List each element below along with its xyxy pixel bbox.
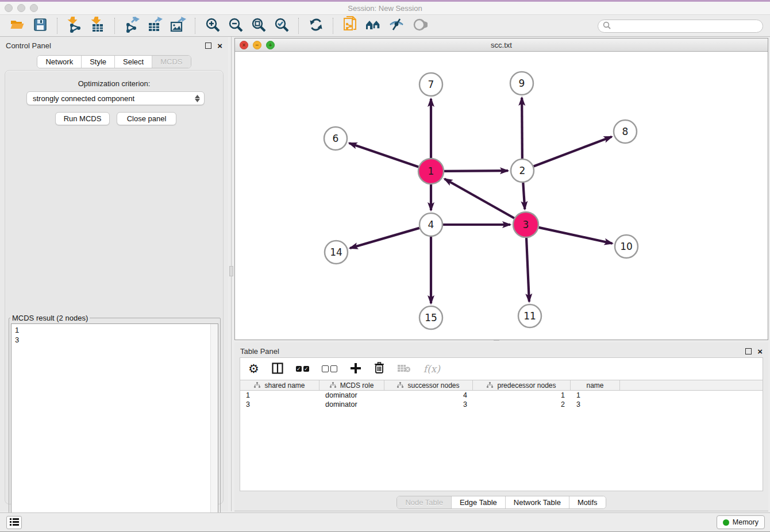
graph-node-6[interactable]: 6 [324,127,347,150]
select-all-button[interactable]: ✓✓ [296,361,309,376]
run-mcds-button[interactable]: Run MCDS [55,112,110,125]
cell-mcds-role[interactable]: dominator [319,391,384,399]
tab-select[interactable]: Select [115,56,152,68]
cell-mcds-role[interactable]: dominator [319,400,384,408]
tab-network-table[interactable]: Network Table [506,496,569,508]
cell-predecessor-nodes[interactable]: 1 [473,391,571,399]
scrollbar-track[interactable] [210,324,218,527]
task-history-button[interactable] [6,516,22,529]
graph-node-11[interactable]: 11 [518,304,541,327]
memory-status-icon [723,519,729,526]
graph-edge-3-1[interactable] [445,179,514,218]
tab-mcds[interactable]: MCDS [152,56,190,68]
close-panel-button[interactable]: Close panel [117,112,176,125]
graph-edge-2-8[interactable] [534,137,612,167]
close-panel-icon[interactable]: × [217,43,222,48]
delete-column-button[interactable] [374,361,384,376]
graph-node-7[interactable]: 7 [419,73,442,96]
graph-node-9[interactable]: 9 [510,72,533,95]
add-column-button[interactable] [350,361,361,376]
graph-edge-1-2[interactable] [444,171,508,171]
export-image-button[interactable] [168,17,188,35]
cell-name[interactable]: 3 [571,400,620,408]
new-network-from-selection-button[interactable] [341,17,360,35]
memory-button[interactable]: Memory [717,515,765,529]
main-toolbar [0,14,770,37]
graph-node-8[interactable]: 8 [614,120,637,143]
graph-node-15[interactable]: 15 [419,306,442,329]
column-header-name[interactable]: name [571,380,620,390]
column-header-mcds-role[interactable]: MCDS role [319,380,384,390]
cell-name[interactable]: 1 [571,391,620,399]
column-header-shared-name[interactable]: shared name [240,380,319,390]
graph-node-label: 3 [523,219,529,230]
nested-networks-button[interactable] [364,17,383,35]
network-canvas[interactable]: 7968124314101511 [235,52,768,340]
graph-node-14[interactable]: 14 [325,241,348,264]
cell-successor-nodes[interactable]: 4 [384,391,473,399]
zoom-in-button[interactable] [203,17,222,35]
import-network-button[interactable] [65,17,84,35]
graph-edge-3-10[interactable] [538,228,612,244]
checked-box-icon: ✓ [296,366,302,372]
graph-edge-3-11[interactable] [526,238,529,302]
search-input[interactable] [613,21,763,32]
tab-node-table[interactable]: Node Table [397,496,452,508]
zoom-selected-button[interactable] [272,17,291,35]
zoom-out-button[interactable] [226,17,245,35]
refresh-view-button[interactable] [306,17,326,35]
table-settings-button[interactable]: ⚙ [248,361,259,376]
save-session-button[interactable] [30,17,50,35]
tab-edge-table[interactable]: Edge Table [452,496,506,508]
network-window-titlebar[interactable]: × − + scc.txt [235,38,768,52]
control-panel: Control Panel × Network Style Select MCD… [0,37,228,511]
export-table-button[interactable] [145,17,165,35]
column-header-predecessor-nodes[interactable]: predecessor nodes [473,380,571,390]
cell-successor-nodes[interactable]: 3 [384,400,473,408]
tab-motifs[interactable]: Motifs [569,496,606,508]
import-table-button[interactable] [88,17,107,35]
export-network-button[interactable] [122,17,142,35]
vertical-splitter-grip[interactable] [229,266,233,276]
delete-table-button-disabled [397,361,411,376]
graph-edge-2-9[interactable] [522,98,522,159]
float-panel-icon[interactable] [745,348,752,354]
cell-shared-name[interactable]: 3 [240,400,319,408]
graph-node-4[interactable]: 4 [419,213,442,236]
mcds-result-textarea[interactable]: 1 3 [11,323,218,527]
hide-details-button[interactable] [387,17,406,35]
graph-node-10[interactable]: 10 [615,235,638,258]
graph-node-1[interactable]: 1 [418,159,444,184]
graph-edge-4-14[interactable] [350,228,419,248]
graph-node-3[interactable]: 3 [513,212,538,237]
toolbar-separator [298,18,299,34]
deselect-all-button[interactable] [322,361,337,376]
search-field [598,20,763,33]
export-image-icon [170,17,186,34]
graph-edge-1-6[interactable] [349,143,419,167]
session-title: Session: New Session [0,4,770,13]
node-table-block: ⚙ ✓✓ f(x) shared name MCDS role successo… [240,357,763,491]
graph-edge-2-3[interactable] [523,183,525,209]
tab-network[interactable]: Network [37,56,82,68]
open-file-button[interactable] [7,17,27,35]
tab-style[interactable]: Style [82,56,115,68]
column-type-icon [397,382,403,388]
zoom-fit-button[interactable] [249,17,268,35]
graph-node-2[interactable]: 2 [511,159,534,182]
show-graphics-details-button[interactable] [410,17,429,35]
cell-predecessor-nodes[interactable]: 2 [473,400,571,408]
plus-icon [350,363,361,376]
criterion-select[interactable]: strongly connected component [26,91,205,105]
close-panel-icon[interactable]: × [757,349,763,354]
float-panel-icon[interactable] [205,43,211,49]
column-header-successor-nodes[interactable]: successor nodes [384,380,473,390]
cell-shared-name[interactable]: 1 [240,391,319,399]
table-tabs: Node Table Edge Table Network Table Moti… [240,496,763,509]
column-type-icon [487,382,493,388]
search-icon [603,21,611,32]
list-icon [10,518,19,527]
network-title: scc.txt [235,41,768,49]
table-toolbar: ⚙ ✓✓ f(x) [240,358,763,380]
split-panel-button[interactable] [272,361,283,376]
